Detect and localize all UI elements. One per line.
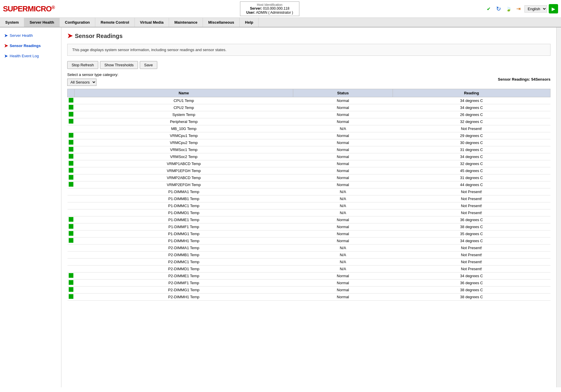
table-row: P1-DIMMH1 TempNormal34 degrees C [68, 237, 550, 244]
stop-refresh-button[interactable]: Stop Refresh [67, 61, 98, 69]
row-status: N/A [293, 259, 393, 266]
sensor-count: Sensor Readings: 54Sensors [498, 77, 550, 81]
row-indicator [68, 230, 75, 237]
green-indicator [69, 119, 73, 124]
arrow-icon-blue: ➤ [4, 53, 8, 59]
row-reading: 34 degrees C [393, 104, 550, 111]
table-row: P1-DIMMA1 TempN/ANot Present! [68, 188, 550, 195]
arrow-icon: ➤ [4, 33, 8, 38]
row-status: Normal [293, 181, 393, 188]
nav-miscellaneous[interactable]: Miscellaneous [203, 18, 240, 27]
row-status: N/A [293, 125, 393, 132]
sidebar-item-server-health[interactable]: ➤ Server Health [0, 30, 61, 41]
row-indicator [68, 97, 75, 104]
row-name: P2-DIMMB1 Temp [75, 251, 293, 259]
row-name: P1-DIMMB1 Temp [75, 195, 293, 202]
nav-maintenance[interactable]: Maintenance [169, 18, 203, 27]
row-name: P1-DIMMF1 Temp [75, 223, 293, 230]
logo-area: SUPERMICRO® [3, 4, 55, 13]
row-name: P1-DIMMA1 Temp [75, 188, 293, 195]
table-row: P1-DIMMD1 TempN/ANot Present! [68, 209, 550, 216]
table-row: P2-DIMMA1 TempN/ANot Present! [68, 244, 550, 251]
row-reading: 38 degrees C [393, 223, 550, 230]
row-name: P2-DIMMD1 Temp [75, 266, 293, 273]
language-select[interactable]: English [524, 5, 547, 13]
status-ok-icon[interactable]: ✔ [485, 5, 493, 13]
row-status: Normal [293, 160, 393, 167]
server-value: 010.000.000.118 [263, 6, 289, 11]
info-box: This page displays system sensor informa… [67, 44, 550, 56]
row-reading: Not Present! [393, 202, 550, 209]
row-indicator [68, 237, 75, 244]
table-row: P1-DIMMF1 TempNormal38 degrees C [68, 223, 550, 230]
green-indicator [69, 224, 73, 229]
row-status: Normal [293, 294, 393, 301]
scrollbar[interactable] [556, 27, 561, 387]
info-text: This page displays system sensor informa… [72, 48, 227, 52]
leaf-icon[interactable]: 🍃 [505, 5, 513, 13]
table-row: P2-DIMMH1 TempNormal38 degrees C [68, 294, 550, 301]
green-indicator [69, 280, 73, 285]
nav-virtual-media[interactable]: Virtual Media [135, 18, 169, 27]
nav-configuration[interactable]: Configuration [60, 18, 95, 27]
sidebar-item-health-event-log[interactable]: ➤ Health Event Log [0, 51, 61, 61]
table-row: P1-DIMMG1 TempNormal35 degrees C [68, 230, 550, 237]
page-title: ➤ Sensor Readings [67, 32, 550, 40]
row-name: P1-DIMMD1 Temp [75, 209, 293, 216]
row-name: P1-DIMME1 Temp [75, 216, 293, 223]
table-row: VRMCpu1 TempNormal29 degrees C [68, 132, 550, 139]
row-indicator [68, 111, 75, 118]
table-row: VRMP1ABCD TempNormal32 degrees C [68, 160, 550, 167]
nav-remote-control[interactable]: Remote Control [95, 18, 135, 27]
nav-system[interactable]: System [0, 18, 24, 27]
row-status: Normal [293, 97, 393, 104]
row-status: Normal [293, 287, 393, 294]
row-reading: 29 degrees C [393, 132, 550, 139]
refresh-icon[interactable]: ↻ [495, 5, 503, 13]
host-identification-box: Host Identification Server: 010.000.000.… [240, 1, 299, 16]
row-status: Normal [293, 153, 393, 160]
row-status: Normal [293, 118, 393, 125]
nav-server-health[interactable]: Server Health [24, 18, 60, 27]
category-select[interactable]: All Sensors [67, 79, 96, 86]
row-name: VRMP1ABCD Temp [75, 160, 293, 167]
sidebar-item-sensor-readings[interactable]: ➤ Sensor Readings [0, 41, 61, 51]
row-name: VRMP1EFGH Temp [75, 167, 293, 174]
row-indicator [68, 216, 75, 223]
row-indicator [68, 209, 75, 216]
row-name: P2-DIMMH1 Temp [75, 294, 293, 301]
row-indicator [68, 287, 75, 294]
row-status: Normal [293, 167, 393, 174]
green-indicator [69, 105, 73, 110]
table-header-row: Name Status Reading [68, 89, 550, 97]
row-name: CPU1 Temp [75, 97, 293, 104]
row-status: N/A [293, 195, 393, 202]
save-button[interactable]: Save [140, 61, 157, 69]
show-thresholds-button[interactable]: Show Thresholds [100, 61, 138, 69]
row-status: Normal [293, 223, 393, 230]
row-reading: 45 degrees C [393, 167, 550, 174]
row-status: Normal [293, 104, 393, 111]
green-indicator [69, 168, 73, 173]
table-row: P1-DIMMB1 TempN/ANot Present! [68, 195, 550, 202]
row-indicator [68, 146, 75, 153]
row-status: N/A [293, 251, 393, 259]
go-button[interactable]: ▶ [549, 4, 558, 13]
row-status: Normal [293, 273, 393, 280]
table-row: P1-DIMME1 TempNormal36 degrees C [68, 216, 550, 223]
server-row: Server: 010.000.000.118 [246, 6, 293, 11]
nav-help[interactable]: Help [240, 18, 259, 27]
green-indicator [69, 133, 73, 138]
col-name: Name [75, 89, 293, 97]
row-status: Normal [293, 230, 393, 237]
row-reading: 31 degrees C [393, 174, 550, 181]
row-indicator [68, 174, 75, 181]
main-content: ➤ Sensor Readings This page displays sys… [61, 27, 556, 387]
row-reading: 36 degrees C [393, 280, 550, 287]
sensor-table: Name Status Reading CPU1 TempNormal34 de… [67, 89, 550, 301]
green-indicator [69, 112, 73, 117]
page-title-icon: ➤ [67, 32, 73, 40]
row-status: Normal [293, 216, 393, 223]
row-reading: 32 degrees C [393, 160, 550, 167]
exit-icon[interactable]: ⇥ [515, 5, 523, 13]
